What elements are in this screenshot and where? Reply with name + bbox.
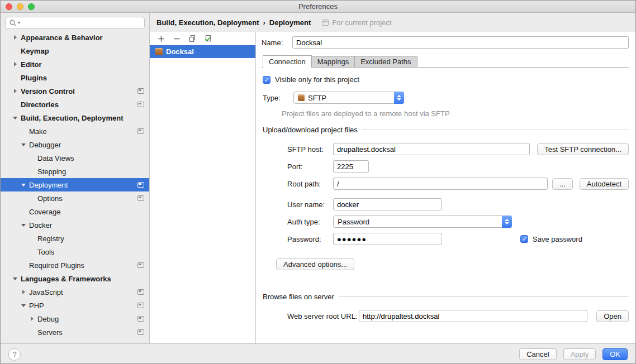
chevron-right-icon[interactable] (12, 62, 18, 66)
root-path-input[interactable] (333, 178, 548, 190)
chevron-down-icon[interactable] (20, 304, 27, 307)
sidebar-item-label: Directories (21, 100, 59, 109)
sidebar-item-tools[interactable]: Tools (1, 245, 149, 258)
cancel-button[interactable]: Cancel (519, 348, 556, 360)
tab-connection[interactable]: Connection (263, 55, 312, 68)
sidebar-item-directories[interactable]: Directories (1, 98, 149, 111)
breadcrumb-bar: Build, Execution, Deployment › Deploymen… (150, 13, 635, 32)
close-window-button[interactable] (6, 3, 12, 10)
web-server-root-url-input[interactable] (359, 310, 587, 322)
sidebar-item-label: JavaScript (29, 288, 63, 296)
settings-search-input[interactable] (5, 17, 145, 29)
per-project-settings-icon (137, 182, 144, 188)
sidebar-item-required-plugins[interactable]: Required Plugins (1, 258, 149, 272)
root-path-label: Root path: (287, 180, 333, 188)
sidebar-item-languages-frameworks[interactable]: Languages & Frameworks (1, 272, 149, 285)
sidebar-item-label: Data Views (37, 154, 74, 162)
type-select-value: SFTP (308, 94, 326, 102)
sftp-host-input[interactable] (333, 143, 530, 155)
copy-icon[interactable] (188, 34, 197, 43)
breadcrumb-parent[interactable]: Build, Execution, Deployment (156, 18, 259, 27)
chevron-down-icon[interactable] (20, 224, 27, 227)
browse-root-path-button[interactable]: ... (552, 178, 573, 190)
chevron-right-icon[interactable] (12, 89, 18, 93)
sidebar-item-label: Tools (37, 248, 54, 256)
user-name-input[interactable] (333, 198, 442, 210)
per-project-settings-icon (137, 262, 144, 268)
sidebar-item-coverage[interactable]: Coverage (1, 205, 149, 218)
sidebar-item-make[interactable]: Make (1, 124, 149, 138)
sidebar-item-javascript[interactable]: JavaScript (1, 285, 149, 299)
type-select[interactable]: SFTP (293, 92, 404, 104)
use-as-default-icon[interactable] (203, 34, 212, 43)
breadcrumb-current: Deployment (269, 18, 311, 27)
sidebar-item-version-control[interactable]: Version Control (1, 84, 149, 98)
name-input[interactable] (292, 36, 629, 49)
sidebar-item-php[interactable]: PHP (1, 299, 149, 312)
sidebar-item-label: Plugins (21, 74, 47, 82)
list-item-docksal[interactable]: Docksal (150, 45, 255, 58)
sidebar-item-label: Appearance & Behavior (21, 33, 103, 42)
sidebar-item-servers[interactable]: Servers (1, 325, 149, 339)
sftp-icon (298, 94, 305, 101)
zoom-window-button[interactable] (28, 3, 35, 10)
chevron-down-icon[interactable] (20, 143, 27, 146)
sidebar-item-deployment[interactable]: Deployment (1, 178, 149, 191)
ok-button[interactable]: OK (602, 348, 628, 360)
project-window-icon (322, 20, 329, 26)
sidebar-item-debug[interactable]: Debug (1, 312, 149, 325)
settings-tree: Appearance & BehaviorKeymapEditorPlugins… (1, 31, 149, 339)
chevron-right-icon[interactable] (20, 290, 27, 294)
chevron-down-icon[interactable] (12, 117, 18, 119)
help-button[interactable]: ? (8, 348, 21, 361)
sidebar-item-label: Coverage (29, 208, 60, 216)
sidebar-item-keymap[interactable]: Keymap (1, 44, 149, 58)
sidebar-item-debugger[interactable]: Debugger (1, 138, 149, 151)
connection-tab-content: Visible only for this project Type: SFTP… (262, 68, 629, 322)
chevron-right-icon[interactable] (12, 35, 18, 40)
sidebar-item-appearance-behavior[interactable]: Appearance & Behavior (1, 31, 149, 44)
sidebar-item-label: Keymap (21, 47, 49, 55)
add-icon[interactable] (156, 34, 165, 43)
upload-section-title: Upload/download project files (263, 126, 358, 134)
chevron-down-icon[interactable] (20, 184, 27, 186)
type-hint: Project files are deployed to a remote h… (282, 109, 629, 118)
auth-type-select[interactable]: Password (333, 215, 512, 228)
remove-icon[interactable] (172, 34, 181, 43)
name-label: Name: (262, 39, 292, 47)
sidebar-item-label: Debug (37, 315, 59, 323)
port-input[interactable] (333, 160, 369, 173)
test-sftp-connection-button[interactable]: Test SFTP connection... (537, 143, 629, 155)
save-password-checkbox[interactable] (520, 235, 528, 243)
advanced-options-button[interactable]: Advanced options... (276, 258, 354, 270)
sidebar-item-editor[interactable]: Editor (1, 58, 149, 71)
preferences-window: Preferences Appearance & BehaviorKeymapE… (0, 0, 636, 364)
select-stepper-icon (502, 215, 512, 228)
sidebar-item-data-views[interactable]: Data Views (1, 151, 149, 165)
password-input[interactable] (333, 233, 442, 245)
apply-button[interactable]: Apply (563, 348, 596, 360)
sidebar-item-docker[interactable]: Docker (1, 218, 149, 232)
chevron-right-icon[interactable] (29, 317, 35, 321)
sidebar-item-label: Stepping (37, 167, 66, 176)
minimize-window-button[interactable] (17, 3, 23, 10)
auth-type-label: Auth type: (287, 218, 333, 226)
traffic-lights (6, 3, 35, 10)
section-divider (362, 130, 629, 130)
deployment-settings-panel: Name: Connection Mappings Excluded Paths… (256, 32, 635, 343)
sidebar-item-registry[interactable]: Registry (1, 232, 149, 245)
autodetect-button[interactable]: Autodetect (580, 178, 629, 190)
tab-mappings[interactable]: Mappings (311, 56, 355, 67)
browse-section-title: Browse files on server (263, 293, 334, 301)
chevron-down-icon[interactable] (12, 277, 18, 280)
open-url-button[interactable]: Open (596, 310, 629, 322)
per-project-settings-icon (137, 195, 144, 201)
visible-only-checkbox[interactable] (263, 76, 270, 84)
per-project-settings-icon (137, 102, 144, 107)
sidebar-item-stepping[interactable]: Stepping (1, 165, 149, 178)
sidebar-item-plugins[interactable]: Plugins (1, 71, 149, 84)
sidebar-item-options[interactable]: Options (1, 191, 149, 205)
tab-excluded-paths[interactable]: Excluded Paths (354, 56, 417, 67)
web-server-root-url-label: Web server root URL: (287, 312, 359, 320)
sidebar-item-build-execution-deployment[interactable]: Build, Execution, Deployment (1, 111, 149, 124)
